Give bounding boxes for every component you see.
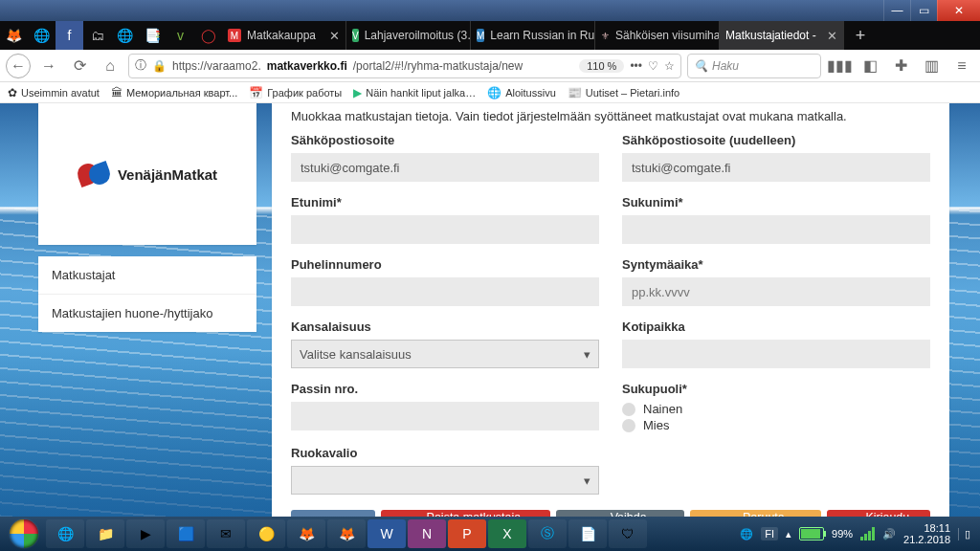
- back-button[interactable]: ←: [6, 54, 31, 78]
- logout-label: Kirjaudu ulos: [857, 511, 919, 517]
- tab-icon[interactable]: 📑: [139, 21, 167, 50]
- tab-icon[interactable]: v: [167, 21, 194, 50]
- task-word[interactable]: W: [368, 519, 406, 548]
- task-media[interactable]: ▶: [126, 519, 165, 548]
- task-skype[interactable]: Ⓢ: [528, 519, 567, 548]
- field-lastname: Sukunimi: [622, 195, 930, 244]
- sidebar-item-rooming[interactable]: Matkustajien huone-/hyttijako: [38, 294, 256, 332]
- input-dob[interactable]: [622, 277, 930, 306]
- task-onenote[interactable]: N: [408, 519, 446, 548]
- task-app[interactable]: 📄: [568, 519, 607, 548]
- bookmark-item[interactable]: 📰Uutiset – Pietari.info: [568, 86, 679, 99]
- bookmark-item[interactable]: 🌐Aloitussivu: [487, 86, 556, 99]
- field-hometown: Kotipaikka: [622, 320, 930, 368]
- sidebar-nav: Matkustajat Matkustajien huone-/hyttijak…: [38, 256, 256, 332]
- library-button[interactable]: ▮▮▮: [827, 54, 852, 78]
- remove-label: Poista matkustaja matkalta: [409, 511, 540, 517]
- tray-net-icon[interactable]: 🌐: [740, 528, 753, 540]
- home-button[interactable]: ⌂: [98, 54, 122, 78]
- tab-label: Learn Russian in Russ…: [490, 29, 595, 42]
- input-phone[interactable]: [291, 277, 599, 306]
- tab-close-icon[interactable]: ✕: [827, 29, 837, 43]
- reload-button[interactable]: ⟳: [67, 54, 92, 78]
- window-close-button[interactable]: ✕: [937, 0, 980, 21]
- input-email[interactable]: [291, 153, 599, 182]
- bookmark-item[interactable]: 📅График работы: [249, 86, 342, 99]
- task-powerpoint[interactable]: P: [448, 519, 486, 548]
- input-email-confirm[interactable]: [622, 153, 930, 182]
- task-app[interactable]: 🛡: [609, 519, 647, 548]
- label-firstname: Etunimi: [291, 195, 599, 209]
- window-maximize-button[interactable]: ▭: [910, 0, 937, 21]
- tracking-shield-icon[interactable]: ♡: [648, 59, 658, 73]
- tray-battery-icon[interactable]: [799, 527, 824, 540]
- task-excel[interactable]: X: [488, 519, 526, 548]
- select-nationality[interactable]: Valitse kansalaisuus ▾: [291, 340, 599, 368]
- url-bar[interactable]: ⓘ 🔒 https://varaamo2.matkaverkko.fi/port…: [128, 54, 681, 78]
- select-diet[interactable]: ▾: [291, 466, 599, 495]
- task-firefox-2[interactable]: 🦊: [327, 519, 366, 548]
- site-info-icon[interactable]: ⓘ: [135, 57, 146, 74]
- tab-close-icon[interactable]: ✕: [329, 29, 340, 43]
- input-lastname[interactable]: [622, 215, 930, 244]
- tab-learn-russian[interactable]: М Learn Russian in Russ… ✕: [471, 21, 595, 50]
- form-actions: ✔Tallenna ✖Poista matkustaja matkalta ⇄V…: [291, 510, 930, 517]
- task-outlook[interactable]: ✉: [207, 519, 245, 548]
- tray-volume-icon[interactable]: 🔊: [882, 528, 896, 540]
- tray-wifi-icon[interactable]: [860, 527, 875, 540]
- pocket-button[interactable]: ◧: [858, 54, 882, 78]
- input-firstname[interactable]: [291, 215, 599, 244]
- start-button[interactable]: [4, 518, 44, 549]
- radio-dot-icon: [622, 419, 635, 432]
- bookmark-item[interactable]: ✿Useimmin avatut: [8, 86, 100, 99]
- zoom-level-badge[interactable]: 110 %: [579, 59, 624, 73]
- tab-icon[interactable]: ◯: [194, 21, 222, 50]
- page-actions-dots-icon[interactable]: •••: [630, 59, 642, 73]
- field-dob: Syntymäaika: [622, 257, 930, 306]
- task-app[interactable]: 🟦: [167, 519, 205, 548]
- task-ie[interactable]: 🌐: [46, 519, 84, 548]
- tray-battery-text: 99%: [832, 528, 853, 540]
- remove-traveller-button[interactable]: ✖Poista matkustaja matkalta: [381, 510, 551, 517]
- bookmark-icon: 🌐: [487, 86, 501, 99]
- search-placeholder: Haku: [712, 59, 739, 73]
- bookmark-item[interactable]: 🏛Мемориальная кварт...: [111, 86, 237, 99]
- sidebar-item-travellers[interactable]: Matkustajat: [38, 256, 256, 294]
- bookmark-item[interactable]: ▶Näin hankit liput jalka…: [353, 86, 476, 99]
- tab-matkustajatiedot[interactable]: Matkustajatiedot - ✕: [720, 21, 844, 50]
- tab-icon[interactable]: 🗂: [83, 21, 111, 50]
- tab-visa[interactable]: ⚜ Sähköisen viisumihak… ✕: [595, 21, 720, 50]
- sidebar-button[interactable]: ▥: [919, 54, 944, 78]
- show-desktop-button[interactable]: ▯: [958, 528, 970, 540]
- field-nationality: Kansalaisuus Valitse kansalaisuus ▾: [291, 320, 599, 368]
- new-tab-button[interactable]: +: [844, 21, 877, 50]
- radio-female[interactable]: Nainen: [622, 402, 930, 416]
- bookmark-star-icon[interactable]: ☆: [664, 59, 675, 73]
- input-passport[interactable]: [291, 402, 599, 430]
- brand-logo[interactable]: VenäjänMatkat: [78, 165, 217, 184]
- swap-traveller-button[interactable]: ⇄Vaihda matkustaja: [556, 510, 684, 517]
- tab-icon[interactable]: f: [56, 21, 83, 50]
- app-menu-button[interactable]: ≡: [949, 54, 974, 78]
- tab-icon[interactable]: 🌐: [28, 21, 56, 50]
- tab-icon[interactable]: 🌐: [111, 21, 139, 50]
- radio-female-label: Nainen: [643, 402, 682, 416]
- cancel-changes-button[interactable]: ↶Peruuta muutokset: [690, 510, 821, 517]
- logout-button[interactable]: ⏻Kirjaudu ulos: [827, 510, 930, 517]
- search-box[interactable]: 🔍 Haku: [687, 54, 821, 78]
- tray-date: 21.2.2018: [903, 534, 950, 545]
- save-button[interactable]: ✔Tallenna: [291, 510, 375, 517]
- tray-up-icon[interactable]: ▴: [786, 528, 791, 540]
- tab-lahjavero[interactable]: V Lahjaveroilmoitus (3… ✕: [346, 21, 471, 50]
- radio-male[interactable]: Mies: [622, 418, 930, 432]
- screenshot-button[interactable]: ✚: [888, 54, 913, 78]
- task-firefox[interactable]: 🦊: [287, 519, 325, 548]
- tray-clock[interactable]: 18:11 21.2.2018: [903, 522, 950, 545]
- tray-language[interactable]: FI: [761, 527, 778, 540]
- forward-button[interactable]: →: [36, 54, 61, 78]
- task-chrome[interactable]: 🟡: [247, 519, 285, 548]
- window-minimize-button[interactable]: —: [883, 0, 910, 21]
- tab-matkakauppa[interactable]: M Matkakauppa ✕: [222, 21, 346, 50]
- task-explorer[interactable]: 📁: [86, 519, 124, 548]
- input-hometown[interactable]: [622, 340, 930, 368]
